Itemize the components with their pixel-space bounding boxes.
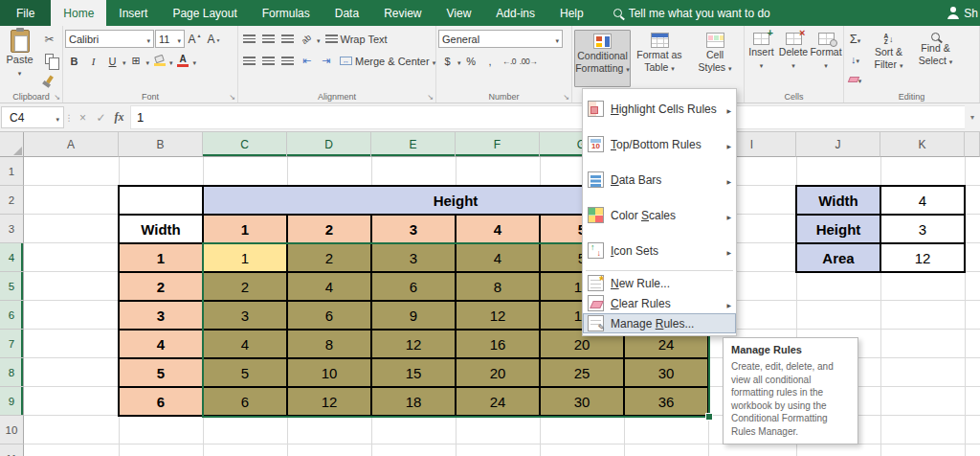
cell-B5[interactable]: 2 <box>119 272 203 301</box>
find-select-button[interactable]: Find & Select <box>913 30 958 66</box>
cell-B4[interactable]: 1 <box>119 243 203 272</box>
cell-E9[interactable]: 18 <box>371 387 456 416</box>
cell-C9[interactable]: 6 <box>203 387 287 416</box>
middle-align-button[interactable] <box>259 30 278 48</box>
name-box[interactable]: C4 <box>1 106 64 128</box>
tab-insert[interactable]: Insert <box>106 0 160 26</box>
underline-button[interactable]: U <box>103 52 122 70</box>
tab-data[interactable]: Data <box>323 0 371 26</box>
cell-E8[interactable]: 15 <box>371 358 456 387</box>
cell-D8[interactable]: 10 <box>287 358 371 387</box>
comma-style-button[interactable]: , <box>481 52 500 70</box>
cell-E5[interactable]: 6 <box>371 272 456 301</box>
account-button[interactable]: Sh <box>945 0 980 26</box>
row-header-9[interactable]: 9 <box>0 387 24 416</box>
menu-item-clear-rules[interactable]: Clear Rules <box>583 293 736 313</box>
cell-K4[interactable]: 12 <box>880 243 965 272</box>
menu-item-icon-sets[interactable]: Icon Sets <box>583 233 736 268</box>
row-header-6[interactable]: 6 <box>0 301 24 330</box>
cell-C4[interactable]: 1 <box>203 243 287 272</box>
cell-C6[interactable]: 3 <box>203 301 287 330</box>
row-header-11[interactable]: 11 <box>0 445 24 456</box>
cell-C5[interactable]: 2 <box>203 272 287 301</box>
borders-button[interactable]: ⊞ <box>127 52 145 70</box>
orientation-button[interactable] <box>298 30 316 48</box>
merge-center-button[interactable]: Merge & Center <box>336 52 439 70</box>
accounting-format-button[interactable]: $ <box>438 52 457 70</box>
column-header-A[interactable]: A <box>24 132 119 157</box>
increase-decimal-button[interactable]: ←.0 <box>501 52 519 70</box>
delete-cells-button[interactable]: Delete <box>778 30 809 70</box>
font-size-select[interactable]: 11 <box>155 30 185 48</box>
cell-F9[interactable]: 24 <box>456 387 540 416</box>
cell-C7[interactable]: 4 <box>203 330 287 358</box>
cancel-entry-icon[interactable]: × <box>74 111 92 125</box>
tab-page-layout[interactable]: Page Layout <box>160 0 249 26</box>
tab-view[interactable]: View <box>434 0 484 26</box>
align-left-button[interactable] <box>240 52 258 70</box>
column-header-J[interactable]: J <box>796 132 880 157</box>
fill-button[interactable] <box>846 50 864 68</box>
cell-C8[interactable]: 5 <box>203 358 287 387</box>
column-header-C[interactable]: C <box>203 132 287 157</box>
tab-formulas[interactable]: Formulas <box>250 0 323 26</box>
copy-button[interactable] <box>40 50 58 68</box>
decrease-font-size-button[interactable] <box>205 30 223 48</box>
align-center-button[interactable] <box>259 52 278 70</box>
cell-F7[interactable]: 16 <box>456 330 540 358</box>
menu-item-highlight-cells-rules[interactable]: Highlight Cells Rules <box>583 91 736 126</box>
cell-J4[interactable]: Area <box>796 243 880 272</box>
row-header-8[interactable]: 8 <box>0 358 24 387</box>
insert-function-button[interactable]: fx <box>110 110 128 125</box>
cell-K3[interactable]: 3 <box>880 215 965 243</box>
tab-review[interactable]: Review <box>371 0 434 26</box>
menu-item-top-bottom-rules[interactable]: Top/Bottom Rules <box>583 126 736 162</box>
align-right-button[interactable] <box>278 52 297 70</box>
enter-entry-icon[interactable]: ✓ <box>92 111 110 125</box>
name-box-splitter[interactable] <box>64 113 74 123</box>
formula-input[interactable]: 1 <box>130 105 965 129</box>
conditional-formatting-button[interactable]: Conditional Formatting <box>574 30 631 87</box>
column-header-E[interactable]: E <box>371 132 456 157</box>
clipboard-dialog-launcher-icon[interactable] <box>54 93 60 102</box>
font-name-select[interactable]: Calibri <box>65 30 154 48</box>
percent-style-button[interactable]: % <box>462 52 480 70</box>
cell-C3[interactable]: 1 <box>203 215 287 243</box>
alignment-dialog-launcher-icon[interactable] <box>427 93 434 102</box>
cell-B7[interactable]: 4 <box>119 330 203 358</box>
cell-G9[interactable]: 30 <box>540 387 624 416</box>
cell-E3[interactable]: 3 <box>371 215 456 243</box>
menu-item-new-rule[interactable]: New Rule... <box>583 273 736 293</box>
menu-item-data-bars[interactable]: Data Bars <box>583 162 736 197</box>
cell-F6[interactable]: 12 <box>456 301 540 330</box>
number-dialog-launcher-icon[interactable] <box>563 93 569 102</box>
top-align-button[interactable] <box>240 30 258 48</box>
increase-indent-button[interactable] <box>317 52 335 70</box>
bold-button[interactable]: B <box>65 52 83 70</box>
cell-E6[interactable]: 9 <box>371 301 456 330</box>
sort-filter-button[interactable]: Sort & Filter <box>866 30 911 70</box>
format-as-table-button[interactable]: Format as Table <box>633 30 686 87</box>
column-header-partial[interactable] <box>965 132 980 157</box>
cell-B3[interactable]: Width <box>119 215 203 243</box>
cell-E7[interactable]: 12 <box>371 330 456 358</box>
cut-button[interactable] <box>40 30 58 48</box>
paste-button[interactable]: Paste <box>2 30 37 88</box>
row-header-2[interactable]: 2 <box>0 186 24 215</box>
clear-button[interactable] <box>846 70 864 88</box>
cell-B9[interactable]: 6 <box>119 387 203 416</box>
cell-F8[interactable]: 20 <box>456 358 540 387</box>
cell-J3[interactable]: Height <box>796 215 880 243</box>
row-header-10[interactable]: 10 <box>0 416 24 445</box>
format-painter-button[interactable] <box>40 70 58 88</box>
menu-item-manage-rules[interactable]: Manage Rules... <box>583 313 736 333</box>
cell-D7[interactable]: 8 <box>287 330 371 358</box>
tab-help[interactable]: Help <box>547 0 596 26</box>
cell-J2[interactable]: Width <box>796 186 880 215</box>
tab-file[interactable]: File <box>0 0 51 26</box>
column-header-F[interactable]: F <box>456 132 540 157</box>
cell-H8[interactable]: 30 <box>624 358 708 387</box>
cell-F3[interactable]: 4 <box>456 215 540 243</box>
italic-button[interactable]: I <box>84 52 102 70</box>
bottom-align-button[interactable] <box>278 30 297 48</box>
